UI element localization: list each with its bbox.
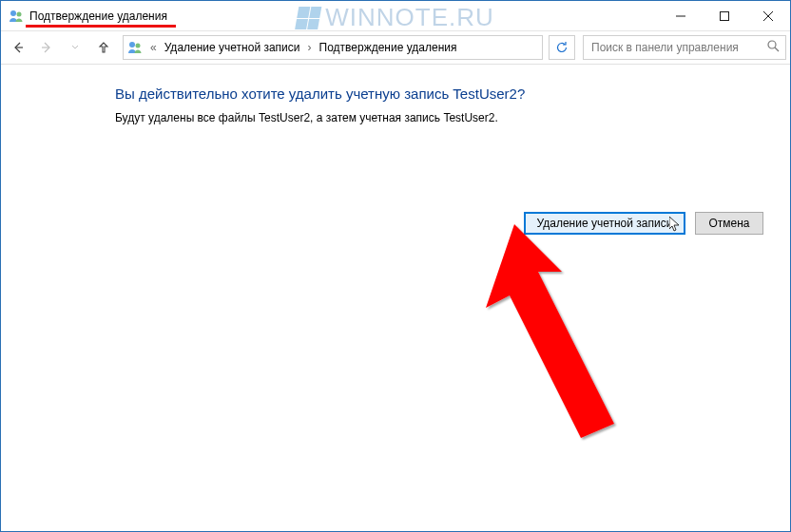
recent-dropdown[interactable]: [62, 34, 88, 61]
svg-point-0: [10, 10, 16, 16]
up-button[interactable]: [90, 34, 117, 61]
svg-point-4: [136, 44, 141, 48]
search-input[interactable]: [589, 40, 762, 55]
svg-point-5: [768, 41, 776, 48]
search-box[interactable]: [583, 35, 786, 60]
back-button[interactable]: [5, 34, 31, 61]
breadcrumb-item-2[interactable]: Подтверждение удаления: [319, 41, 457, 54]
content-area: Вы действительно хотите удалить учетную …: [1, 65, 790, 531]
close-button[interactable]: [746, 1, 790, 30]
annotation-arrow: [467, 224, 628, 443]
search-icon[interactable]: [767, 40, 780, 55]
page-heading: Вы действительно хотите удалить учетную …: [115, 86, 790, 102]
breadcrumb-item-1[interactable]: Удаление учетной записи: [164, 41, 300, 54]
watermark: WINNOTE.RU: [297, 3, 494, 32]
delete-account-button[interactable]: Удаление учетной записи: [524, 212, 685, 235]
delete-account-label: Удаление учетной записи: [537, 217, 673, 230]
window-title: Подтверждение удаления: [29, 10, 167, 23]
windows-logo-icon: [295, 7, 321, 29]
svg-rect-2: [721, 11, 729, 20]
nav-row: « Удаление учетной записи › Подтверждени…: [1, 31, 790, 65]
svg-marker-6: [486, 224, 614, 438]
maximize-button[interactable]: [703, 1, 746, 30]
titlebar: Подтверждение удаления WINNOTE.RU: [1, 1, 790, 31]
annotation-underline: [26, 25, 176, 28]
cancel-button[interactable]: Отмена: [695, 212, 763, 235]
minimize-button[interactable]: [659, 1, 703, 30]
refresh-button[interactable]: [549, 35, 575, 60]
user-accounts-icon: [127, 40, 143, 55]
window-controls: [659, 1, 790, 30]
chevron-right-icon: ›: [304, 41, 316, 54]
svg-point-3: [129, 42, 135, 48]
user-accounts-icon: [9, 9, 24, 24]
page-description: Будут удалены все файлы TestUser2, а зат…: [115, 111, 790, 124]
svg-point-1: [17, 11, 22, 16]
button-row: Удаление учетной записи Отмена: [524, 212, 763, 235]
cancel-label: Отмена: [708, 217, 749, 230]
breadcrumb-prefix: «: [146, 41, 161, 54]
watermark-text: WINNOTE.RU: [325, 3, 494, 32]
forward-button[interactable]: [33, 34, 60, 61]
breadcrumb[interactable]: « Удаление учетной записи › Подтверждени…: [123, 35, 543, 60]
window: Подтверждение удаления WINNOTE.RU: [0, 0, 791, 532]
